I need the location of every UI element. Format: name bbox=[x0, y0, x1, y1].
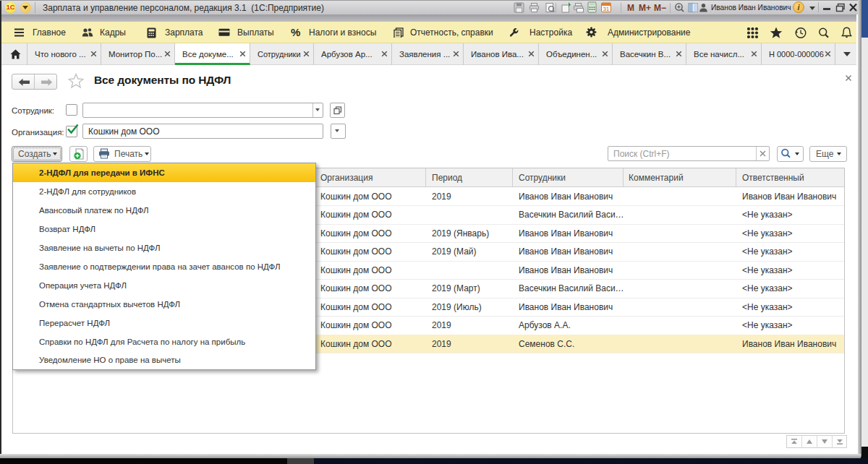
svg-text:31: 31 bbox=[603, 6, 609, 12]
